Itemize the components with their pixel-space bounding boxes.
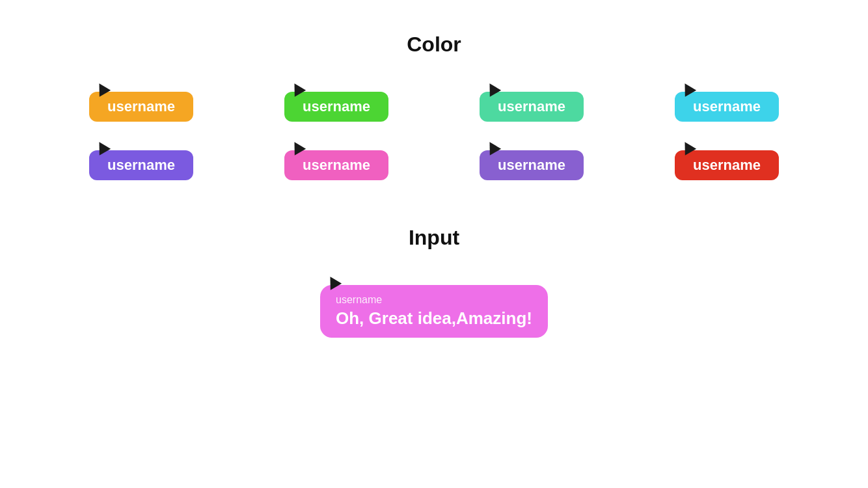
color-grid: usernameusernameusernameusernameusername… [44, 83, 824, 180]
bubble-container-orange: username [89, 83, 193, 122]
input-bubble-wrap: username Oh, Great idea,Amazing! [320, 276, 548, 338]
bubble-container-cyan: username [675, 83, 779, 122]
speech-bubble-green: username [284, 92, 388, 122]
input-bubble-container: username Oh, Great idea,Amazing! [320, 276, 548, 338]
input-section-title: Input [409, 226, 459, 250]
bubble-container-violet: username [480, 141, 584, 180]
speech-bubble-orange: username [89, 92, 193, 122]
bubble-wrap-purple: username [44, 141, 239, 180]
bubble-container-red: username [675, 141, 779, 180]
bubble-wrap-red: username [629, 141, 824, 180]
bubble-container-mint: username [480, 83, 584, 122]
bubble-wrap-orange: username [44, 83, 239, 122]
bubble-wrap-green: username [239, 83, 434, 122]
input-bubble-username: username [336, 294, 532, 306]
input-section: Input username Oh, Great idea,Amazing! [320, 219, 548, 338]
bubble-container-green: username [284, 83, 388, 122]
color-section-title: Color [407, 33, 461, 57]
bubble-wrap-pink: username [239, 141, 434, 180]
input-bubble: username Oh, Great idea,Amazing! [320, 285, 548, 338]
speech-bubble-pink: username [284, 150, 388, 180]
speech-bubble-red: username [675, 150, 779, 180]
bubble-container-purple: username [89, 141, 193, 180]
bubble-wrap-mint: username [434, 83, 629, 122]
bubble-wrap-cyan: username [629, 83, 824, 122]
speech-bubble-purple: username [89, 150, 193, 180]
input-bubble-message: Oh, Great idea,Amazing! [336, 308, 532, 329]
bubble-wrap-violet: username [434, 141, 629, 180]
speech-bubble-cyan: username [675, 92, 779, 122]
bubble-container-pink: username [284, 141, 388, 180]
speech-bubble-mint: username [480, 92, 584, 122]
speech-bubble-violet: username [480, 150, 584, 180]
